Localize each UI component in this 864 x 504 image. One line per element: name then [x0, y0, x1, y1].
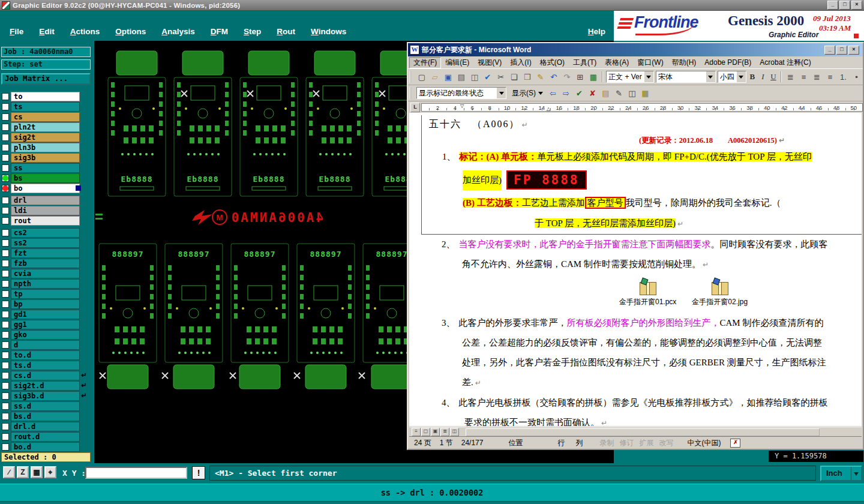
font-combo[interactable]: 宋体 — [656, 71, 716, 83]
outline-view-icon[interactable]: ≣ — [440, 428, 449, 436]
layer-checkbox[interactable] — [2, 423, 9, 430]
layer-row[interactable]: sig2t — [0, 132, 93, 142]
layer-name[interactable]: ss2 — [11, 238, 80, 248]
word-menu-item[interactable]: 编辑(E) — [441, 57, 473, 68]
print-icon[interactable]: ▤ — [455, 71, 467, 83]
layer-checkbox[interactable] — [2, 260, 9, 267]
next-change-icon[interactable]: ⇨ — [560, 87, 572, 100]
highlight-icon[interactable]: ▦ — [639, 87, 652, 100]
layer-row[interactable]: ss2 — [0, 238, 93, 248]
layer-row[interactable]: bp — [0, 299, 93, 309]
word-menu-item[interactable]: 帮助(H) — [668, 57, 701, 68]
word-menu-item[interactable]: 插入(I) — [506, 57, 535, 68]
word-close-button[interactable]: × — [848, 46, 859, 55]
layer-row[interactable]: bo — [0, 183, 93, 193]
layer-row[interactable]: npth — [0, 278, 93, 289]
layer-name[interactable]: cvia — [11, 269, 80, 278]
layer-row[interactable]: sig3b — [0, 152, 93, 163]
layer-name[interactable]: bo.d — [11, 442, 80, 452]
italic-button[interactable]: I — [758, 71, 768, 83]
word-menu-item[interactable]: 工具(T) — [569, 57, 601, 68]
xy-input[interactable] — [85, 467, 187, 479]
layer-row[interactable]: pln3b — [0, 142, 93, 152]
alert-button[interactable]: ! — [192, 466, 205, 479]
layer-row[interactable]: drl — [0, 195, 93, 205]
word-menu-item[interactable]: Adobe PDF(B) — [700, 58, 755, 67]
first-line-indent-marker[interactable]: ▽ — [460, 103, 464, 109]
new-doc-icon[interactable]: ▢ — [415, 71, 428, 83]
layer-row[interactable]: ss.d — [0, 401, 93, 411]
reject-change-icon[interactable]: ✘ — [586, 87, 599, 100]
layer-checkbox[interactable] — [2, 250, 9, 257]
layer-row[interactable]: cs2 — [0, 227, 93, 238]
layer-row[interactable]: fzt — [0, 248, 93, 258]
previous-change-icon[interactable]: ⇦ — [547, 87, 559, 100]
layer-name[interactable]: tp — [11, 289, 80, 299]
align-right-icon[interactable]: ≣ — [811, 71, 823, 83]
layer-row[interactable]: ldi — [0, 205, 93, 215]
spelling-icon[interactable]: ✔ — [481, 71, 494, 83]
layer-row[interactable]: ts.d — [0, 360, 93, 370]
layer-name[interactable]: fzt — [11, 248, 80, 258]
layer-name[interactable]: gko — [11, 330, 80, 340]
word-menu-item[interactable]: 文件(F) — [409, 57, 441, 68]
redo-icon[interactable]: ↷ — [560, 71, 573, 83]
layer-checkbox[interactable] — [2, 207, 9, 214]
excel-icon[interactable]: ▦ — [587, 71, 599, 83]
layer-checkbox[interactable] — [2, 362, 9, 369]
layer-row[interactable]: drl.d — [0, 421, 93, 431]
layer-row[interactable]: tp — [0, 289, 93, 299]
layer-name[interactable]: pln2t — [11, 122, 80, 132]
layer-checkbox[interactable] — [2, 270, 9, 277]
layer-row[interactable]: ss — [0, 163, 93, 173]
layer-name[interactable]: pln3b — [11, 143, 80, 152]
show-menu-button[interactable]: 显示(S) — [509, 86, 546, 100]
word-menu-item[interactable]: 视图(V) — [473, 57, 506, 68]
layer-row[interactable]: pln2t — [0, 122, 93, 132]
chevron-down-icon[interactable] — [644, 71, 653, 82]
menu-item[interactable]: Windows — [311, 27, 346, 36]
layer-checkbox[interactable] — [2, 341, 9, 349]
layer-checkbox[interactable] — [2, 301, 9, 308]
layer-name[interactable]: bs — [11, 173, 80, 183]
reading-layout-icon[interactable]: ◫ — [450, 428, 459, 436]
layer-checkbox[interactable] — [2, 290, 9, 298]
word-ruler[interactable]: L 24681012141618202224262830323436384042… — [408, 101, 863, 113]
layer-row[interactable]: gd1 — [0, 309, 93, 319]
word-maximize-button[interactable]: □ — [836, 46, 847, 55]
layer-checkbox[interactable] — [2, 433, 9, 440]
layer-name[interactable]: ldi — [11, 206, 80, 215]
layer-name[interactable]: cs.d — [11, 371, 80, 380]
print-layout-icon[interactable]: ▣ — [431, 428, 440, 436]
layer-checkbox[interactable] — [2, 144, 9, 151]
layer-name[interactable]: sig2t — [11, 133, 80, 142]
job-label[interactable]: Job : 4a0060nma0 — [1, 47, 91, 57]
paste-icon[interactable]: ❒ — [521, 71, 533, 83]
menu-item[interactable]: File — [10, 27, 23, 36]
layer-checkbox[interactable] — [2, 175, 9, 182]
layer-checkbox[interactable] — [2, 197, 9, 204]
cut-icon[interactable]: ✂ — [494, 71, 507, 83]
reviewing-pane-icon[interactable]: ◫ — [626, 87, 638, 100]
layer-checkbox[interactable] — [2, 311, 9, 318]
undo-icon[interactable]: ↶ — [547, 71, 560, 83]
layer-name[interactable]: d — [11, 340, 80, 350]
layer-checkbox[interactable] — [2, 134, 9, 141]
layer-name[interactable]: gg1 — [11, 320, 80, 329]
layer-row[interactable]: to — [0, 91, 93, 101]
layer-checkbox[interactable] — [2, 229, 9, 236]
menu-item[interactable]: Actions — [70, 27, 100, 36]
layer-checkbox[interactable] — [2, 392, 9, 400]
draw-select-icon[interactable]: ∕ — [3, 466, 15, 478]
layer-checkbox[interactable] — [2, 103, 9, 110]
web-layout-icon[interactable]: ▢ — [421, 428, 430, 436]
underline-button[interactable]: U — [769, 71, 779, 83]
job-matrix-button[interactable]: Job Matrix ... — [1, 73, 91, 85]
layer-name[interactable]: npth — [11, 279, 80, 289]
menu-item[interactable]: Rout — [277, 27, 295, 36]
attachment[interactable]: 金手指开窗01.pcx — [619, 278, 676, 312]
chevron-down-icon[interactable] — [496, 88, 506, 98]
font-size-combo[interactable]: 小四 — [718, 71, 746, 83]
layer-name[interactable]: bp — [11, 299, 80, 309]
layer-checkbox[interactable] — [2, 280, 9, 287]
